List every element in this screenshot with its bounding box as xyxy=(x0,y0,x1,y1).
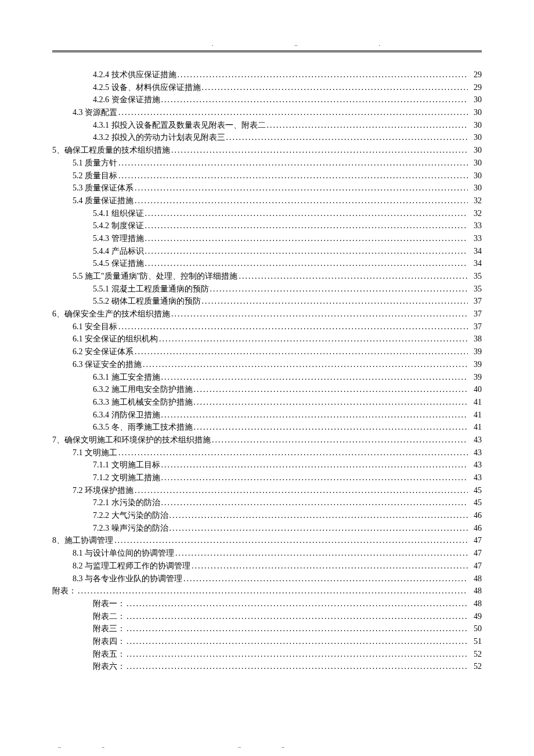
toc-entry-title: 6、确保安全生产的技术组织措施 xyxy=(52,308,170,321)
document-page: . .. . 4.2.4 技术供应保证措施294.2.5 设备、材料供应保证措施… xyxy=(0,0,534,756)
toc-leader-dots xyxy=(267,119,468,132)
toc-leader-dots xyxy=(171,144,468,157)
toc-leader-dots xyxy=(118,157,468,170)
toc-leader-dots xyxy=(127,597,468,610)
toc-entry: 4.3.2 拟投入的劳动力计划表见附表三30 xyxy=(52,131,482,144)
toc-leader-dots xyxy=(178,69,468,81)
toc-entry-page: 45 xyxy=(469,484,482,497)
toc-entry-title: 6.2 安全保证体系 xyxy=(73,345,134,358)
toc-entry-page: 30 xyxy=(469,131,482,144)
toc-entry-page: 43 xyxy=(469,471,482,484)
toc-entry: 附表六：52 xyxy=(52,660,482,673)
toc-entry-title: 5.4.2 制度保证 xyxy=(93,219,144,232)
toc-entry: 4.2.6 资金保证措施30 xyxy=(52,93,482,106)
toc-entry: 4.3 资源配置30 xyxy=(52,106,482,119)
toc-entry: 6.3.4 消防保卫措施41 xyxy=(52,409,482,422)
toc-leader-dots xyxy=(194,421,468,434)
toc-entry: 7.2 环境保护措施45 xyxy=(52,484,482,497)
toc-leader-dots xyxy=(135,484,468,497)
toc-entry-page: 34 xyxy=(469,245,482,258)
toc-entry-title: 7.2.3 噪声污染的防治 xyxy=(93,522,168,535)
toc-entry: 7.1.1 文明施工目标43 xyxy=(52,459,482,471)
toc-leader-dots xyxy=(210,283,468,296)
toc-leader-dots xyxy=(127,610,468,623)
toc-entry-title: 7.2.1 水污染的防治 xyxy=(93,496,160,509)
toc-entry-title: 7.1.2 文明施工措施 xyxy=(93,471,160,484)
toc-entry-page: 43 xyxy=(469,459,482,471)
toc-leader-dots xyxy=(175,547,468,560)
toc-leader-dots xyxy=(161,471,468,484)
toc-entry-page: 43 xyxy=(469,447,482,459)
toc-leader-dots xyxy=(145,245,468,258)
toc-entry-title: 附表： xyxy=(52,585,77,597)
toc-entry: 5.5 施工"质量通病"防、处理、控制的详细措施35 xyxy=(52,270,482,283)
toc-entry-title: 6.1 安全目标 xyxy=(73,321,117,333)
toc-entry: 6、确保安全生产的技术组织措施37 xyxy=(52,308,482,321)
toc-entry: 5.5.2 砌体工程质量通病的预防37 xyxy=(52,295,482,308)
toc-entry-title: 4.2.4 技术供应保证措施 xyxy=(93,69,176,81)
toc-entry: 4.3.1 拟投入设备配置及数量表见附表一、附表二30 xyxy=(52,119,482,132)
toc-leader-dots xyxy=(239,270,468,283)
toc-entry: 7.1.2 文明施工措施43 xyxy=(52,471,482,484)
toc-leader-dots xyxy=(171,308,468,321)
toc-entry-title: 6.3.2 施工用电安全防护措施 xyxy=(93,383,193,396)
toc-entry-page: 48 xyxy=(469,573,482,585)
toc-entry-page: 50 xyxy=(469,622,482,635)
toc-leader-dots xyxy=(78,585,468,597)
toc-entry-page: 34 xyxy=(469,257,482,270)
toc-entry: 6.3.2 施工用电安全防护措施40 xyxy=(52,383,482,396)
toc-entry: 附表一：48 xyxy=(52,597,482,610)
toc-entry-title: 6.3.5 冬、雨季施工技术措施 xyxy=(93,421,193,434)
toc-leader-dots xyxy=(194,396,468,409)
toc-entry-page: 33 xyxy=(469,232,482,245)
toc-entry-page: 30 xyxy=(469,93,482,106)
toc-entry-page: 35 xyxy=(469,283,482,296)
toc-leader-dots xyxy=(212,434,468,447)
toc-entry-page: 48 xyxy=(469,597,482,610)
toc-leader-dots xyxy=(161,459,468,471)
toc-entry: 6.1 安全目标37 xyxy=(52,321,482,333)
toc-leader-dots xyxy=(145,257,468,270)
toc-entry: 附表五：52 xyxy=(52,648,482,661)
toc-entry-page: 37 xyxy=(469,321,482,333)
toc-entry-page: 32 xyxy=(469,195,482,207)
toc-leader-dots xyxy=(127,622,468,635)
toc-entry-page: 41 xyxy=(469,421,482,434)
toc-entry-title: 附表二： xyxy=(93,610,125,623)
toc-entry-page: 39 xyxy=(469,358,482,371)
toc-entry: 附表二：49 xyxy=(52,610,482,623)
toc-entry-title: 5.2 质量目标 xyxy=(73,170,117,182)
toc-leader-dots xyxy=(118,170,468,182)
footer-mark: .. xyxy=(282,743,284,749)
toc-entry-page: 30 xyxy=(469,119,482,132)
toc-leader-dots xyxy=(161,409,468,422)
toc-leader-dots xyxy=(118,321,468,333)
toc-entry-title: 4.2.5 设备、材料供应保证措施 xyxy=(93,81,201,94)
toc-entry-title: 8.3 与各专业作业队的协调管理 xyxy=(73,573,182,585)
toc-entry: 6.3.5 冬、雨季施工技术措施41 xyxy=(52,421,482,434)
toc-entry-title: 7.1 文明施工 xyxy=(73,447,117,459)
footer-mark: .. xyxy=(238,743,241,749)
toc-entry: 附表三：50 xyxy=(52,622,482,635)
toc-entry: 5.2 质量目标30 xyxy=(52,170,482,182)
toc-entry-page: 30 xyxy=(469,144,482,157)
toc-entry: 4.2.5 设备、材料供应保证措施29 xyxy=(52,81,482,94)
toc-entry-page: 47 xyxy=(469,547,482,560)
toc-entry-page: 30 xyxy=(469,170,482,182)
toc-entry: 5.4.4 产品标识34 xyxy=(52,245,482,258)
toc-entry-title: 5.5.1 混凝土工程质量通病的预防 xyxy=(93,283,209,296)
toc-entry-page: 37 xyxy=(469,295,482,308)
toc-leader-dots xyxy=(145,232,468,245)
toc-entry-page: 37 xyxy=(469,308,482,321)
toc-leader-dots xyxy=(169,522,468,535)
toc-leader-dots xyxy=(127,648,468,661)
toc-entry-title: 4.2.6 资金保证措施 xyxy=(93,93,160,106)
toc-leader-dots xyxy=(161,496,468,509)
toc-entry-title: 附表五： xyxy=(93,648,125,661)
toc-leader-dots xyxy=(202,81,468,94)
toc-entry-title: 附表四： xyxy=(93,635,125,648)
toc-entry-title: 7.1.1 文明施工目标 xyxy=(93,459,160,471)
toc-entry: 附表：48 xyxy=(52,585,482,597)
toc-entry-page: 29 xyxy=(469,81,482,94)
toc-entry-page: 30 xyxy=(469,106,482,119)
